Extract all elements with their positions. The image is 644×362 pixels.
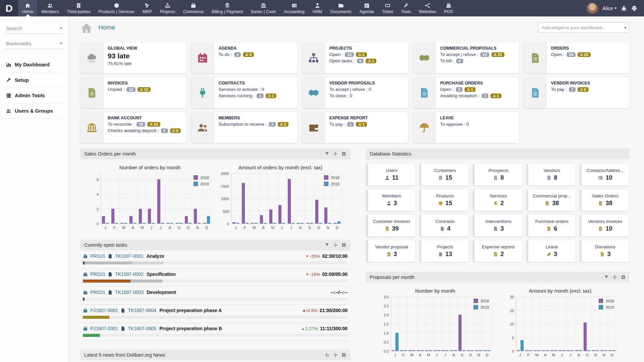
widget-purchase-orders[interactable]: PURCHASE ORDERSOpen :1⚠1Awaiting recepti… [413, 77, 519, 108]
nav-item-home[interactable]: Home [18, 0, 37, 16]
stat-card-contacts-addres[interactable]: Contacts/Addres...10 [580, 164, 629, 185]
warning-badge[interactable]: ⚠22 [491, 52, 504, 57]
user-menu[interactable]: Alice ▾ [602, 6, 616, 11]
stat-card-customers[interactable]: Customers15 [420, 164, 469, 185]
sidebar-item-users-groups[interactable]: Users & Groups [5, 103, 63, 119]
sidebar-item-admin-tools[interactable]: Admin Tools [5, 88, 63, 103]
warning-badge[interactable]: ⚠1 [366, 59, 376, 63]
warning-badge[interactable]: ⚠4 [243, 52, 254, 57]
sidebar-item-my-dashboard[interactable]: My Dashboard [5, 57, 63, 72]
count-badge[interactable]: 10 [345, 52, 354, 57]
warning-badge[interactable]: ⚠23 [578, 52, 591, 57]
close-icon[interactable] [341, 243, 346, 247]
project-link[interactable]: PJ1607-0001 [90, 326, 118, 331]
stat-card-members[interactable]: Members3 [366, 189, 415, 211]
project-link[interactable]: PROJ1 [90, 272, 105, 277]
warning-badge[interactable]: ⚠6 [578, 87, 588, 92]
move-icon[interactable] [333, 152, 338, 156]
count-badge[interactable]: 2 [269, 122, 275, 127]
filter-icon[interactable] [604, 275, 609, 280]
nav-item-documents[interactable]: Documents [326, 0, 355, 16]
widget-expense-report[interactable]: EXPENSE REPORTTo pay :1⚠1 [302, 112, 408, 143]
stat-card-contracts[interactable]: Contracts4 [420, 215, 469, 236]
user-avatar[interactable] [587, 3, 598, 14]
task-ref-link[interactable]: TK1007-0002 [115, 272, 144, 277]
nav-item-tools[interactable]: Tools [397, 0, 415, 16]
nav-item-projects[interactable]: Projects [156, 0, 179, 16]
count-badge[interactable]: 1 [456, 87, 463, 92]
stat-card-expense-reports[interactable]: Expense reports2 [473, 240, 522, 262]
widget-invoices[interactable]: INVOICESUnpaid :13⚠12 [80, 77, 186, 108]
stat-card-customer-invoices[interactable]: Customer invoices39 [366, 215, 415, 236]
stat-card-vendors-invoices[interactable]: Vendors invoices10 [580, 215, 629, 236]
warning-badge[interactable]: ⚠12 [147, 122, 160, 127]
widget-global-view[interactable]: GLOBAL VIEW93 late75.61% late [80, 43, 186, 73]
add-widget-select[interactable]: Add widget to your dashboard... ▾ [538, 22, 630, 33]
count-badge[interactable]: 1 [257, 94, 263, 98]
stat-card-vendor-proposal[interactable]: Vendor proposal3 [366, 240, 415, 262]
count-badge[interactable]: 1 [347, 122, 354, 127]
stat-card-prospects[interactable]: Prospects8 [473, 164, 522, 185]
warning-badge[interactable]: ⚠1 [356, 122, 367, 127]
task-ref-link[interactable]: TK1007-0003 [115, 290, 144, 295]
warning-badge[interactable]: ⚠1 [266, 94, 276, 98]
nav-item-websites[interactable]: Websites [415, 0, 440, 16]
filter-icon[interactable] [325, 243, 329, 247]
project-link[interactable]: PJ1607-0001 [90, 308, 118, 313]
warning-badge[interactable]: ⚠1 [465, 87, 475, 92]
widget-bank-account[interactable]: BANK ACCOUNTTo reconcile :23⚠12Checks aw… [80, 112, 186, 143]
count-badge[interactable]: 7 [569, 87, 576, 92]
stat-card-vendors[interactable]: Vendors8 [527, 164, 576, 185]
nav-item-commerce[interactable]: Commerce [179, 0, 208, 16]
nav-item-mrp[interactable]: MRP [139, 0, 156, 16]
move-icon[interactable] [612, 275, 617, 280]
close-icon[interactable] [621, 275, 626, 280]
warning-badge[interactable]: ⚠1 [490, 94, 501, 98]
nav-item-third-parties[interactable]: Third-parties [63, 0, 94, 16]
count-badge[interactable]: 4 [234, 52, 241, 57]
task-ref-link[interactable]: TK1007-0001 [115, 253, 144, 259]
refresh-icon[interactable]: ↻ [325, 353, 329, 358]
warning-badge[interactable]: ⚠2 [356, 52, 367, 57]
stat-card-donations[interactable]: Donations3 [580, 240, 629, 262]
task-ref-link[interactable]: TK1607-0004 [128, 308, 156, 313]
stat-card-products[interactable]: Products15 [420, 189, 469, 211]
stat-card-sales-orders[interactable]: Sales Orders38 [580, 189, 629, 211]
widget-orders[interactable]: ORDERSOpen :24⚠23 [524, 43, 630, 73]
widget-vendor-invoices[interactable]: VENDOR INVOICESTo pay :7⚠6 [524, 77, 630, 108]
print-icon[interactable] [631, 5, 637, 12]
move-icon[interactable] [333, 353, 338, 357]
stat-card-commercial-prop[interactable]: Commercial prop...38 [527, 189, 576, 211]
widget-projects[interactable]: PROJECTSOpen :10⚠2Open tasks :9⚠1 [302, 43, 408, 73]
warning-badge[interactable]: ⚠5 [170, 128, 181, 133]
project-link[interactable]: PROJ1 [90, 253, 105, 259]
widget-agenda[interactable]: AGENDATo do :4⚠4 [191, 43, 297, 73]
count-badge[interactable]: 1 [482, 94, 488, 98]
stat-card-interventions[interactable]: Interventions3 [473, 215, 522, 236]
nav-item-ticket[interactable]: Ticket [378, 0, 397, 16]
bug-report-icon[interactable] [621, 5, 627, 12]
widget-vendor-proposals[interactable]: VENDOR PROPOSALSTo accept | refuse : 0To… [302, 77, 408, 108]
widget-members[interactable]: MEMBERSSubscription to receive :2⚠2 [191, 112, 297, 143]
nav-item-products-services[interactable]: Products | Services [95, 0, 139, 16]
stat-card-projects[interactable]: Projects13 [420, 240, 469, 262]
stat-card-purchase-orders[interactable]: Purchase orders6 [527, 215, 576, 236]
count-badge[interactable]: 13 [126, 87, 136, 92]
close-icon[interactable] [341, 353, 346, 357]
count-badge[interactable]: 6 [456, 59, 463, 63]
count-badge[interactable]: 9 [357, 59, 364, 63]
warning-badge[interactable]: ⚠12 [138, 87, 151, 92]
task-ref-link[interactable]: TK1607-0005 [128, 326, 156, 331]
filter-icon[interactable] [325, 152, 329, 156]
move-icon[interactable] [333, 243, 338, 247]
nav-item-billing-payment[interactable]: Billing | Payment [208, 0, 247, 16]
count-badge[interactable]: 5 [161, 128, 168, 133]
count-badge[interactable]: 23 [137, 122, 146, 127]
stat-card-users[interactable]: Users11 [366, 164, 415, 185]
nav-item-banks-cash[interactable]: Banks | Cash [247, 0, 280, 16]
nav-item-hrm[interactable]: HRM [309, 0, 326, 16]
search-dropdown[interactable]: Search ▾ [5, 23, 63, 34]
sidebar-item-setup[interactable]: Setup [5, 72, 63, 88]
project-link[interactable]: PROJ1 [90, 290, 105, 295]
widget-leave[interactable]: LEAVETo approve : 0 [413, 112, 519, 143]
